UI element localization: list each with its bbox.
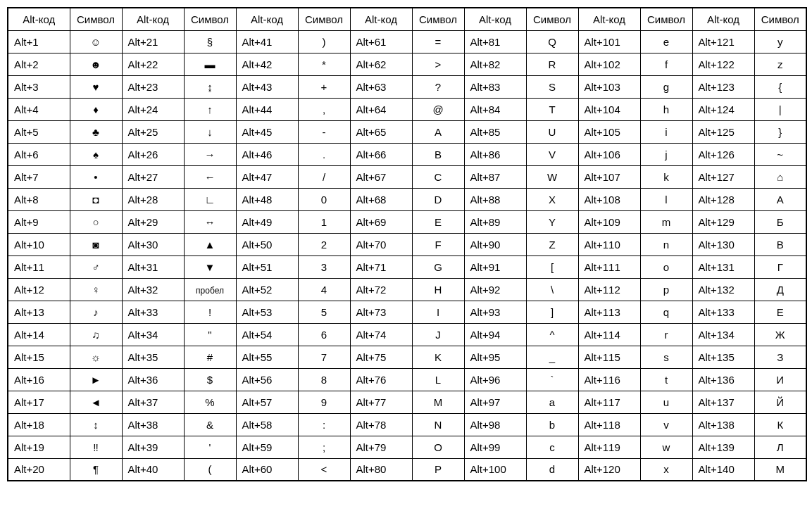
symbol-cell: S: [526, 75, 578, 98]
symbol-cell: /: [298, 165, 350, 188]
alt-code-cell: Alt+107: [578, 165, 640, 188]
alt-code-cell: Alt+140: [692, 458, 754, 481]
symbol-cell: 1: [298, 210, 350, 233]
symbol-cell: ♪: [70, 301, 122, 323]
alt-code-cell: Alt+12: [8, 278, 70, 301]
alt-code-cell: Alt+32: [122, 278, 184, 301]
symbol-cell: j: [640, 143, 692, 165]
symbol-cell: E: [412, 210, 464, 233]
alt-code-cell: Alt+93: [464, 301, 526, 323]
alt-code-cell: Alt+33: [122, 301, 184, 323]
table-row: Alt+6♠Alt+26→Alt+46.Alt+66BAlt+86VAlt+10…: [8, 143, 806, 165]
table-row: Alt+10◙Alt+30▲Alt+502Alt+70FAlt+90ZAlt+1…: [8, 233, 806, 255]
alt-code-cell: Alt+105: [578, 120, 640, 143]
alt-code-cell: Alt+60: [236, 458, 298, 481]
alt-code-cell: Alt+40: [122, 458, 184, 481]
alt-code-cell: Alt+94: [464, 323, 526, 346]
symbol-cell: Ж: [754, 323, 806, 346]
alt-code-cell: Alt+89: [464, 210, 526, 233]
alt-code-cell: Alt+103: [578, 75, 640, 98]
symbol-cell: d: [526, 458, 578, 481]
symbol-cell: =: [412, 30, 464, 53]
alt-code-cell: Alt+87: [464, 165, 526, 188]
alt-code-cell: Alt+57: [236, 391, 298, 413]
alt-code-cell: Alt+36: [122, 368, 184, 391]
symbol-cell: ,: [298, 98, 350, 120]
symbol-cell: O: [412, 436, 464, 458]
alt-code-cell: Alt+55: [236, 346, 298, 368]
alt-code-cell: Alt+77: [350, 391, 412, 413]
alt-code-cell: Alt+39: [122, 436, 184, 458]
symbol-cell: N: [412, 413, 464, 436]
alt-code-cell: Alt+42: [236, 53, 298, 75]
alt-code-cell: Alt+11: [8, 255, 70, 278]
table-row: Alt+2☻Alt+22▬Alt+42*Alt+62>Alt+82RAlt+10…: [8, 53, 806, 75]
symbol-cell: k: [640, 165, 692, 188]
alt-code-cell: Alt+23: [122, 75, 184, 98]
symbol-cell: Е: [754, 301, 806, 323]
symbol-cell: H: [412, 278, 464, 301]
symbol-cell: +: [298, 75, 350, 98]
symbol-cell: ~: [754, 143, 806, 165]
symbol-cell: L: [412, 368, 464, 391]
alt-code-cell: Alt+122: [692, 53, 754, 75]
alt-code-cell: Alt+116: [578, 368, 640, 391]
symbol-cell: ¶: [70, 458, 122, 481]
symbol-cell: ▬: [184, 53, 236, 75]
alt-code-cell: Alt+65: [350, 120, 412, 143]
alt-code-cell: Alt+66: [350, 143, 412, 165]
symbol-cell: K: [412, 346, 464, 368]
col-header-code: Alt-код: [236, 8, 298, 30]
alt-code-cell: Alt+31: [122, 255, 184, 278]
symbol-cell: `: [526, 368, 578, 391]
symbol-cell: ": [184, 323, 236, 346]
alt-code-cell: Alt+54: [236, 323, 298, 346]
alt-code-cell: Alt+125: [692, 120, 754, 143]
symbol-cell: ►: [70, 368, 122, 391]
symbol-cell: ♀: [70, 278, 122, 301]
symbol-cell: %: [184, 391, 236, 413]
alt-code-cell: Alt+38: [122, 413, 184, 436]
symbol-cell: I: [412, 301, 464, 323]
alt-code-cell: Alt+67: [350, 165, 412, 188]
symbol-cell: w: [640, 436, 692, 458]
symbol-cell: Q: [526, 30, 578, 53]
alt-code-cell: Alt+80: [350, 458, 412, 481]
symbol-cell: →: [184, 143, 236, 165]
alt-code-cell: Alt+26: [122, 143, 184, 165]
alt-code-cell: Alt+30: [122, 233, 184, 255]
alt-code-cell: Alt+117: [578, 391, 640, 413]
symbol-cell: p: [640, 278, 692, 301]
alt-code-cell: Alt+17: [8, 391, 70, 413]
symbol-cell: 7: [298, 346, 350, 368]
symbol-cell: {: [754, 75, 806, 98]
alt-code-cell: Alt+119: [578, 436, 640, 458]
symbol-cell: }: [754, 120, 806, 143]
alt-code-cell: Alt+20: [8, 458, 70, 481]
alt-code-cell: Alt+120: [578, 458, 640, 481]
alt-code-cell: Alt+130: [692, 233, 754, 255]
symbol-cell: ♣: [70, 120, 122, 143]
alt-code-cell: Alt+136: [692, 368, 754, 391]
symbol-cell: u: [640, 391, 692, 413]
alt-code-cell: Alt+19: [8, 436, 70, 458]
symbol-cell: Y: [526, 210, 578, 233]
symbol-cell: (: [184, 458, 236, 481]
alt-code-cell: Alt+49: [236, 210, 298, 233]
symbol-cell: .: [298, 143, 350, 165]
symbol-cell: Б: [754, 210, 806, 233]
symbol-cell: ‼: [70, 436, 122, 458]
symbol-cell: ◘: [70, 188, 122, 210]
alt-code-cell: Alt+8: [8, 188, 70, 210]
alt-code-cell: Alt+99: [464, 436, 526, 458]
table-row: Alt+3♥Alt+23↨Alt+43+Alt+63?Alt+83SAlt+10…: [8, 75, 806, 98]
alt-code-cell: Alt+10: [8, 233, 70, 255]
symbol-cell: !: [184, 301, 236, 323]
symbol-cell: 6: [298, 323, 350, 346]
alt-code-cell: Alt+114: [578, 323, 640, 346]
alt-code-cell: Alt+52: [236, 278, 298, 301]
alt-code-cell: Alt+63: [350, 75, 412, 98]
alt-code-cell: Alt+1: [8, 30, 70, 53]
symbol-cell: <: [298, 458, 350, 481]
symbol-cell: P: [412, 458, 464, 481]
